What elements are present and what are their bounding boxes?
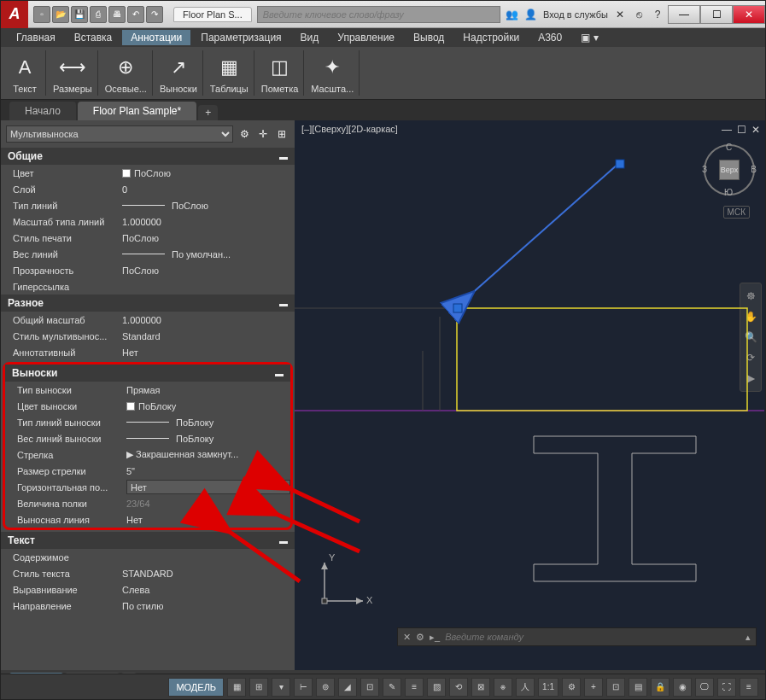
add-tab-button[interactable]: + (198, 105, 218, 120)
customize-status-icon[interactable]: ≡ (740, 678, 758, 697)
quickprops-icon[interactable]: ▤ (629, 678, 647, 697)
quick-select-icon[interactable]: ⚙ (237, 126, 252, 142)
3dosnap-icon[interactable]: ⊠ (471, 678, 490, 697)
units-icon[interactable]: ⊡ (606, 678, 625, 697)
start-tab[interactable]: Начало (9, 102, 76, 120)
property-row[interactable]: Масштаб типа линий1.000000 (1, 213, 295, 230)
menu-вывод[interactable]: Вывод (405, 30, 453, 45)
property-row[interactable]: Стрелка▶ Закрашенная замкнут... (5, 446, 290, 463)
property-row[interactable]: Вес линий выноски ПоБлоку (5, 430, 290, 446)
command-line[interactable]: ✕ ⚙ ▸_ ▴ (397, 627, 757, 646)
property-row[interactable]: Цвет выноски ПоБлоку (5, 398, 290, 414)
property-row[interactable]: ВыравниваниеСлева (1, 581, 295, 598)
property-row[interactable]: Выносная линияНет (5, 511, 290, 528)
property-row[interactable]: Горизонтальная по...Нет (5, 479, 290, 495)
infer-icon[interactable]: ▾ (272, 678, 290, 697)
ribbon-[interactable]: ⟷Размеры (48, 50, 98, 96)
print-icon[interactable]: 🖶 (108, 6, 126, 23)
saveas-icon[interactable]: ⎙ (90, 6, 107, 23)
property-value[interactable]: ПоСлою (119, 233, 295, 243)
ribbon-[interactable]: AТекст (4, 50, 46, 96)
search-input[interactable] (257, 6, 500, 23)
redo-icon[interactable]: ↷ (146, 6, 163, 23)
cleanscreen-icon[interactable]: ⛶ (717, 678, 736, 697)
menu-аннотации[interactable]: Аннотации (122, 30, 190, 45)
active-doc-tab[interactable]: Floor Plan Sample* (78, 102, 196, 120)
ribbon-[interactable]: ↗Выноски (155, 50, 203, 96)
property-row[interactable]: Тип линий выноски ПоБлоку (5, 414, 290, 430)
new-icon[interactable]: ▫ (33, 6, 50, 23)
property-value[interactable]: Прямая (123, 385, 290, 395)
annomonitor-icon[interactable]: + (584, 678, 603, 697)
property-value[interactable]: 23/64 (123, 499, 290, 509)
property-row[interactable]: Стиль печатиПоСлою (1, 230, 295, 246)
property-value[interactable]: 5" (123, 466, 290, 476)
property-row[interactable]: НаправлениеПо стилю (1, 598, 295, 614)
hardware-icon[interactable]: 🖵 (695, 678, 714, 697)
property-row[interactable]: ПрозрачностьПоСлою (1, 262, 295, 278)
scale-label[interactable]: 1:1 (538, 678, 558, 697)
property-row[interactable]: Тип выноскиПрямая (5, 382, 290, 398)
property-row[interactable]: АннотативныйНет (1, 344, 295, 360)
property-value[interactable]: 1.000000 (119, 217, 295, 227)
ucs-icon[interactable]: X Y (312, 554, 371, 615)
minimize-button[interactable]: — (668, 5, 700, 24)
property-value[interactable]: ПоСлою (119, 265, 295, 276)
app-logo[interactable]: A (1, 1, 28, 28)
menu-надстройки[interactable]: Надстройки (454, 30, 528, 45)
menu-управление[interactable]: Управление (329, 30, 403, 45)
lineweight-icon[interactable]: ≡ (405, 678, 424, 697)
cmd-customize-icon[interactable]: ⚙ (416, 632, 424, 643)
property-value[interactable]: Нет (123, 515, 290, 525)
category-general-header[interactable]: Общие▬ (1, 148, 295, 165)
open-icon[interactable]: 📂 (52, 6, 69, 23)
menu-overflow-icon[interactable]: ▣ ▾ (572, 30, 606, 45)
property-value[interactable]: Standard (119, 331, 295, 341)
ortho-icon[interactable]: ⊢ (294, 678, 313, 697)
isodraft-icon[interactable]: ◢ (338, 678, 357, 697)
property-row[interactable]: Стиль текстаSTANDARD (1, 565, 295, 581)
save-icon[interactable]: 💾 (71, 6, 88, 23)
property-row[interactable]: Слой0 (1, 181, 295, 197)
cmd-history-icon[interactable]: ▴ (746, 632, 751, 643)
cmd-close-icon[interactable]: ✕ (403, 632, 411, 643)
menu-параметризация[interactable]: Параметризация (192, 30, 289, 45)
annoscale-icon[interactable]: 人 (516, 678, 535, 697)
maximize-button[interactable]: ☐ (700, 5, 733, 24)
property-row[interactable]: Размер стрелки5" (5, 463, 290, 479)
a360-icon[interactable]: ⎋ (632, 8, 646, 21)
category-misc-header[interactable]: Разное▬ (1, 295, 295, 312)
property-row[interactable]: Цвет ПоСлою (1, 165, 295, 181)
titlebar-doc-tab[interactable]: Floor Plan S... (173, 7, 252, 22)
transparency-icon[interactable]: ▨ (427, 678, 446, 697)
property-value[interactable]: ПоБлоку (123, 417, 290, 428)
property-value[interactable]: ПоСлою (119, 201, 295, 211)
close-button[interactable]: ✕ (733, 5, 765, 24)
property-value[interactable]: Слева (119, 585, 295, 595)
exchange-icon[interactable]: ✕ (613, 8, 627, 21)
property-value[interactable]: 1.000000 (119, 315, 295, 325)
select-objects-icon[interactable]: ✛ (255, 126, 271, 142)
property-value[interactable]: Нет (123, 480, 290, 494)
dynamic-ucs-icon[interactable]: ⎈ (494, 678, 512, 697)
help-icon[interactable]: ? (651, 8, 664, 21)
command-input[interactable] (445, 632, 740, 642)
isolate-icon[interactable]: ◉ (673, 678, 692, 697)
ribbon-[interactable]: ▦Таблицы (205, 50, 254, 96)
property-value[interactable]: Нет (119, 347, 295, 358)
category-leaders-header[interactable]: Выноски▬ (5, 365, 290, 382)
menu-главная[interactable]: Главная (8, 30, 64, 45)
grid-icon[interactable]: ▦ (227, 678, 246, 697)
property-row[interactable]: Общий масштаб1.000000 (1, 312, 295, 328)
cycling-icon[interactable]: ⟲ (449, 678, 468, 697)
object-type-select[interactable]: Мультивыноска (6, 125, 233, 143)
category-text-header[interactable]: Текст▬ (1, 532, 295, 549)
viewport[interactable]: [–][Сверху][2D-каркас] — ☐ ✕ Верх С Ю З … (295, 120, 765, 670)
menu-a360[interactable]: A360 (529, 30, 570, 45)
property-value[interactable]: ▶ Закрашенная замкнут... (123, 449, 290, 460)
property-value[interactable]: STANDARD (119, 569, 295, 579)
property-value[interactable]: ПоБлоку (123, 434, 290, 444)
modelspace-button[interactable]: МОДЕЛЬ (168, 678, 224, 697)
lock-ui-icon[interactable]: 🔒 (651, 678, 670, 697)
ribbon-[interactable]: ✦Масшта... (306, 50, 360, 96)
